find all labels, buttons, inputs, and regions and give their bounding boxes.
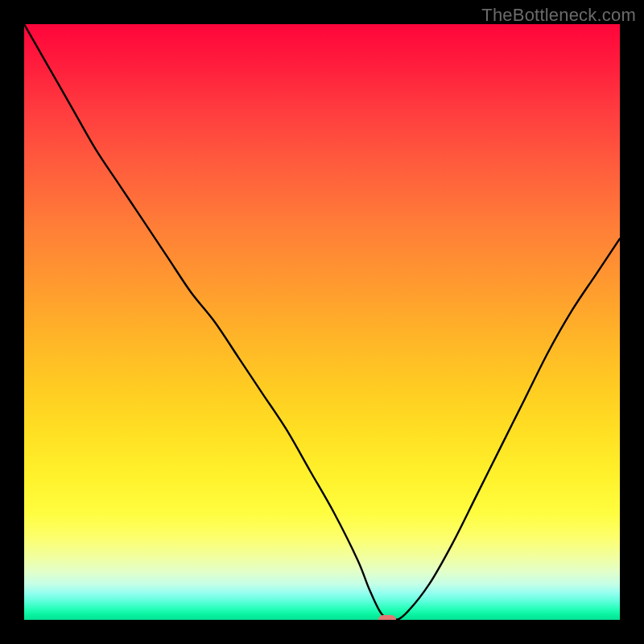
plot-area [24, 24, 620, 620]
bottleneck-curve [24, 24, 620, 620]
optimal-marker [378, 615, 396, 620]
watermark-text: TheBottleneck.com [481, 5, 636, 26]
chart-frame: TheBottleneck.com [0, 0, 644, 644]
